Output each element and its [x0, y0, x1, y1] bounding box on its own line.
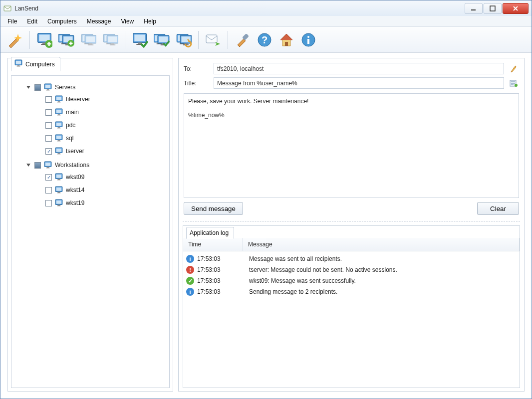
wizard-button[interactable]	[4, 29, 25, 50]
item-checkbox[interactable]: ✓	[45, 174, 52, 181]
group-checkbox[interactable]	[34, 162, 41, 169]
computers-tab-label: Computers	[25, 61, 55, 68]
menu-message[interactable]: Message	[82, 17, 116, 26]
item-checkbox[interactable]	[45, 96, 52, 103]
log-tab-label: Application log	[190, 229, 229, 236]
item-label: wkst09	[66, 174, 84, 181]
info-icon: i	[186, 288, 194, 296]
minimize-button[interactable]	[465, 3, 483, 14]
remove-computer-button[interactable]	[100, 29, 121, 50]
log-header: Time Message	[183, 238, 520, 251]
group-checkbox[interactable]	[34, 84, 41, 91]
titlebar: LanSend	[0, 0, 532, 16]
error-icon: !	[186, 266, 194, 274]
log-time: 17:53:03	[197, 266, 243, 273]
item-checkbox[interactable]	[45, 187, 52, 194]
item-label: pdc	[66, 122, 75, 129]
computers-tree: Servers fileserver main pdc sql ✓ tserve…	[11, 75, 170, 388]
item-checkbox[interactable]	[45, 122, 52, 129]
log-message: tserver: Message could not be sent. No a…	[243, 266, 520, 273]
log-panel: Application log Time Message i 17:53:03 …	[183, 225, 520, 388]
item-checkbox[interactable]	[45, 109, 52, 116]
message-body-input[interactable]: Please, save your work. Server maintenan…	[184, 93, 519, 198]
item-label: wkst14	[66, 187, 84, 194]
log-time: 17:53:03	[197, 288, 243, 295]
maximize-button[interactable]	[484, 3, 502, 14]
svg-point-22	[515, 84, 518, 87]
tree-group[interactable]: Workstations	[14, 160, 166, 171]
menu-computers[interactable]: Computers	[42, 17, 82, 26]
svg-rect-9	[471, 9, 476, 10]
separator	[198, 31, 199, 49]
help-button[interactable]: ?	[254, 29, 275, 50]
separator	[228, 31, 228, 49]
log-body: i 17:53:03 Message was sent to all recip…	[183, 251, 520, 388]
send-button[interactable]	[203, 29, 224, 50]
svg-rect-17	[285, 42, 288, 46]
add-computer-button[interactable]	[34, 29, 55, 50]
log-message: Message was sent to all recipients.	[243, 255, 520, 262]
item-label: wkst19	[66, 200, 84, 206]
close-button[interactable]	[503, 3, 529, 14]
tree-item[interactable]: ✓ tserver	[14, 146, 166, 157]
svg-rect-8	[4, 6, 11, 11]
tree-item[interactable]: wkst19	[14, 198, 166, 208]
app-icon	[3, 4, 11, 12]
log-tab[interactable]: Application log	[186, 227, 234, 239]
computers-panel: Computers Servers fileserver main pdc	[7, 58, 173, 392]
select-all-button[interactable]	[129, 29, 150, 50]
refresh-button[interactable]	[173, 29, 194, 50]
menu-help[interactable]: Help	[139, 17, 161, 26]
clear-button[interactable]: Clear	[477, 202, 519, 215]
expand-icon[interactable]	[25, 162, 31, 168]
divider	[183, 221, 520, 221]
message-body-value: Please, save your work. Server maintenan…	[188, 98, 308, 119]
tree-item[interactable]: ✓ wkst09	[14, 172, 166, 183]
menu-edit[interactable]: Edit	[22, 17, 42, 26]
computers-tab[interactable]: Computers	[11, 57, 60, 71]
insert-variable-button[interactable]	[508, 78, 519, 89]
log-row[interactable]: i 17:53:03 Message was sent to all recip…	[183, 253, 520, 264]
tree-item[interactable]: fileserver	[14, 94, 166, 105]
tree-item[interactable]: main	[14, 107, 166, 118]
log-row[interactable]: i 17:53:03 Sending message to 2 recipien…	[183, 286, 520, 297]
separator	[29, 31, 30, 49]
window-title: LanSend	[14, 5, 38, 12]
item-checkbox[interactable]	[45, 135, 52, 142]
tree-group[interactable]: Servers	[14, 82, 166, 93]
expand-icon[interactable]	[25, 84, 31, 90]
log-time: 17:53:03	[197, 277, 243, 284]
svg-rect-10	[490, 6, 495, 11]
settings-button[interactable]	[232, 29, 253, 50]
log-row[interactable]: ! 17:53:03 tserver: Message could not be…	[183, 264, 520, 275]
deselect-all-button[interactable]	[151, 29, 172, 50]
log-row[interactable]: ✓ 17:53:03 wkst09: Message was sent succ…	[183, 275, 520, 286]
message-panel: To: tfs2010, localhost Title: Message fr…	[178, 58, 525, 392]
svg-rect-13	[206, 35, 217, 43]
menubar: File Edit Computers Message View Help	[0, 16, 532, 27]
edit-computer-button[interactable]	[78, 29, 99, 50]
log-col-message[interactable]: Message	[243, 238, 520, 251]
log-col-time[interactable]: Time	[183, 238, 243, 251]
about-button[interactable]	[298, 29, 319, 50]
item-checkbox[interactable]	[45, 200, 52, 206]
to-value: tfs2010, localhost	[217, 65, 264, 72]
item-label: sql	[66, 135, 73, 142]
tree-item[interactable]: wkst14	[14, 185, 166, 196]
to-input[interactable]: tfs2010, localhost	[214, 63, 504, 74]
clear-to-button[interactable]	[508, 63, 519, 74]
title-input[interactable]: Message from %user_name%	[214, 77, 504, 89]
svg-text:?: ?	[262, 34, 267, 45]
menu-file[interactable]: File	[2, 17, 22, 26]
menu-view[interactable]: View	[116, 17, 139, 26]
title-value: Message from %user_name%	[217, 80, 297, 87]
send-message-button[interactable]: Send message	[184, 202, 243, 215]
svg-rect-20	[307, 39, 309, 44]
home-button[interactable]	[276, 29, 297, 50]
log-message: Sending message to 2 recipients.	[243, 288, 520, 295]
add-group-button[interactable]	[56, 29, 77, 50]
tree-item[interactable]: sql	[14, 133, 166, 144]
item-checkbox[interactable]: ✓	[45, 148, 52, 155]
tree-item[interactable]: pdc	[14, 120, 166, 131]
content-area: Computers Servers fileserver main pdc	[0, 53, 532, 399]
